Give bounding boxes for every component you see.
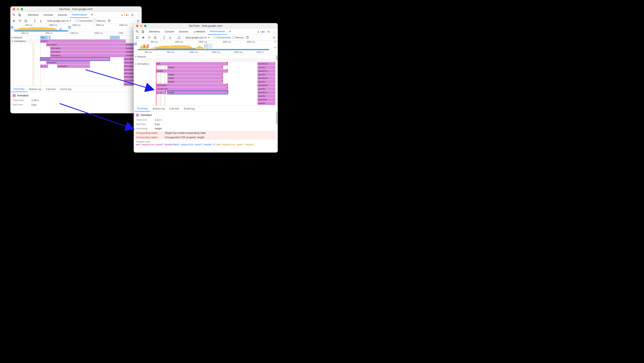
animation-bar[interactable]: opacity xyxy=(258,73,275,76)
clear-icon[interactable] xyxy=(24,19,28,23)
animation-bar[interactable]: left xyxy=(156,62,228,66)
animations-flame-chart[interactable]: transformopacitytransformopacitytransfor… xyxy=(156,62,278,106)
tab-elements[interactable]: Elements xyxy=(26,12,40,18)
flame-ruler[interactable]: 482 ms 982 ms 1482 ms 1982 ms 2482 ms 29… xyxy=(134,51,278,55)
animation-bar[interactable]: A…n xyxy=(40,65,48,68)
scrollbar[interactable] xyxy=(276,112,278,153)
tab-console[interactable]: Console xyxy=(42,12,55,18)
subtab-event-log[interactable]: Event log xyxy=(182,106,197,112)
gc-icon[interactable] xyxy=(245,35,250,40)
subtab-summary[interactable]: Summary xyxy=(134,106,150,112)
overview-handle-left[interactable]: ⏸ xyxy=(134,43,137,45)
screenshots-checkbox[interactable]: Screenshots xyxy=(214,36,231,39)
animations-flame-chart[interactable]: AnimationAnimationAnimationAnimationAnim… xyxy=(10,43,142,86)
clear-icon[interactable] xyxy=(153,35,158,40)
gear-icon[interactable] xyxy=(266,29,271,34)
animation-bar[interactable]: transform xyxy=(258,98,275,101)
record-icon[interactable] xyxy=(12,19,16,23)
animation-bar[interactable]: Animation xyxy=(50,47,126,50)
window-minimize-button[interactable] xyxy=(140,25,142,27)
animation-bar[interactable]: Animation xyxy=(50,54,126,57)
animation-bar[interactable]: transform xyxy=(258,84,275,87)
record-icon[interactable] xyxy=(141,35,146,40)
animation-bar[interactable]: Animation xyxy=(46,43,126,46)
animation-bar[interactable]: opacity xyxy=(258,66,275,69)
animation-bar[interactable]: height xyxy=(167,66,223,69)
animation-bar[interactable]: height xyxy=(167,77,223,80)
animation-bar[interactable]: t…m xyxy=(156,91,166,94)
window-close-button[interactable] xyxy=(13,8,15,10)
animation-bar[interactable]: height xyxy=(167,91,228,94)
tab-console[interactable]: Console xyxy=(162,29,176,35)
animation-bar[interactable]: transform xyxy=(258,62,275,66)
recording-select[interactable]: fonts.google.com #1 ▼ xyxy=(186,36,210,39)
warning-badge[interactable]: ▲ 1 xyxy=(257,30,261,33)
animation-bar[interactable]: opacity xyxy=(258,87,275,91)
timeline-overview[interactable]: ⏸ 982 ms 1982 ms 2982 ms 3982 ms 4982 ms… xyxy=(134,41,278,51)
tab-performance[interactable]: Performance xyxy=(70,12,89,18)
device-icon[interactable] xyxy=(17,13,22,17)
reload-icon[interactable] xyxy=(147,35,152,40)
home-icon[interactable] xyxy=(177,35,182,40)
dock-icon[interactable] xyxy=(135,35,140,40)
window-zoom-button[interactable] xyxy=(144,25,146,27)
gc-icon[interactable] xyxy=(107,19,112,23)
subtab-call-tree[interactable]: Call tree xyxy=(167,106,182,112)
tab-sources[interactable]: Sources xyxy=(177,29,190,35)
recording-select[interactable]: fonts.google.com #1 ▼ xyxy=(47,20,72,22)
network-event[interactable]: tSe… xyxy=(40,36,48,39)
animation-bar[interactable]: imation xyxy=(40,40,126,43)
more-icon[interactable] xyxy=(136,13,140,17)
tab-network[interactable]: ▲ Network xyxy=(191,29,207,35)
upload-icon[interactable] xyxy=(162,35,166,40)
inspect-icon[interactable] xyxy=(12,13,16,17)
subtab-bottom-up[interactable]: Bottom-up xyxy=(27,86,44,92)
tab-sources[interactable]: Sources xyxy=(56,12,69,18)
device-icon[interactable] xyxy=(140,29,145,34)
subtab-call-tree[interactable]: Call tree xyxy=(44,86,58,92)
animation-bar[interactable]: transform xyxy=(258,77,275,80)
inspect-icon[interactable] xyxy=(135,29,140,34)
animation-bar[interactable]: Animation xyxy=(57,65,90,68)
screenshots-checkbox[interactable]: Screenshots xyxy=(76,20,92,22)
window-close-button[interactable] xyxy=(136,25,138,27)
animation-bar[interactable]: transform xyxy=(258,91,275,94)
issues-badge[interactable]: ◆ 1 xyxy=(262,30,266,33)
animation-bar[interactable]: Animation xyxy=(156,84,228,87)
animations-track-header[interactable]: ▼Animations imation xyxy=(10,40,142,43)
capture-settings-icon[interactable] xyxy=(272,35,276,40)
animation-bar[interactable]: opacity xyxy=(258,102,275,105)
reload-icon[interactable] xyxy=(18,19,22,23)
network-event[interactable] xyxy=(48,36,50,39)
download-icon[interactable] xyxy=(38,19,43,23)
animation-bar[interactable]: Animation xyxy=(50,50,126,54)
download-icon[interactable] xyxy=(168,35,172,40)
subtab-summary[interactable]: Summary xyxy=(11,86,27,92)
warning-badge[interactable]: ▲ 2 xyxy=(121,14,125,16)
capture-settings-icon[interactable] xyxy=(136,19,140,23)
overview-handle-left[interactable]: ⏸ xyxy=(11,26,14,29)
timeline-overview[interactable]: ⏸ ⏸ 996 ms 1996 ms 2996 ms 3996 ms 4996 … xyxy=(10,24,142,32)
tab-elements[interactable]: Elements xyxy=(147,29,162,35)
window-minimize-button[interactable] xyxy=(17,8,19,10)
tab-performance[interactable]: Performance xyxy=(208,29,226,35)
network-track[interactable]: ▼Network xyxy=(134,55,278,59)
memory-checkbox[interactable]: Memory xyxy=(94,20,106,22)
more-icon[interactable] xyxy=(272,29,276,34)
animation-bar[interactable]: height xyxy=(156,69,228,73)
window-zoom-button[interactable] xyxy=(21,8,23,10)
flame-ruler[interactable]: 496 ms 996 ms 1496 ms 1996 ms 2496 xyxy=(10,32,142,36)
network-event[interactable] xyxy=(110,36,120,39)
scrollbar[interactable] xyxy=(276,55,278,106)
animation-bar[interactable]: Animation xyxy=(46,61,90,64)
related-node-link[interactable]: mat-expansion-panel-header#mat-expansion… xyxy=(136,143,275,146)
memory-checkbox[interactable]: Memory xyxy=(232,36,244,39)
overflow-icon[interactable] xyxy=(90,13,94,17)
subtab-event-log[interactable]: Event log xyxy=(58,86,74,92)
gear-icon[interactable] xyxy=(130,13,135,17)
animation-bar[interactable]: height xyxy=(167,80,223,83)
animations-track-header[interactable]: ▼ Animations xyxy=(134,62,156,106)
overview-handle-right[interactable]: ⏸ xyxy=(68,26,71,29)
animation-bar[interactable]: height xyxy=(167,73,223,76)
animation-bar[interactable]: Animation xyxy=(40,57,110,61)
